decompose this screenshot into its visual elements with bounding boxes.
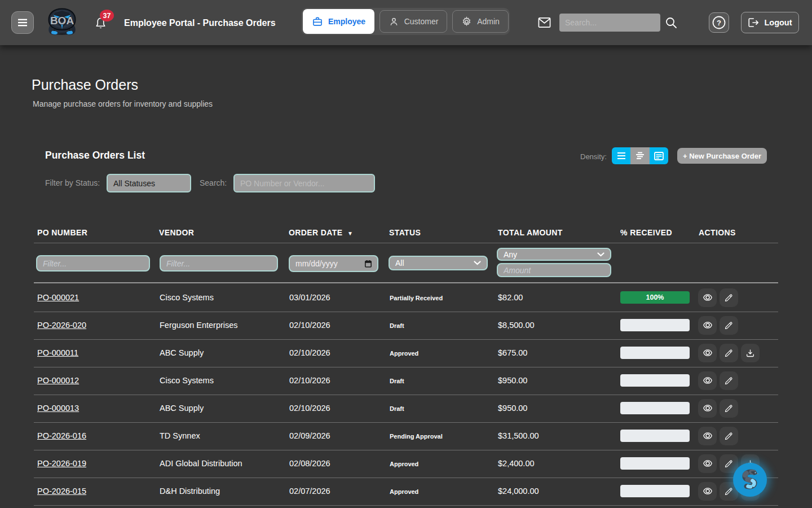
svg-text:?: ?	[717, 19, 721, 27]
svg-text:BOA: BOA	[50, 15, 74, 27]
